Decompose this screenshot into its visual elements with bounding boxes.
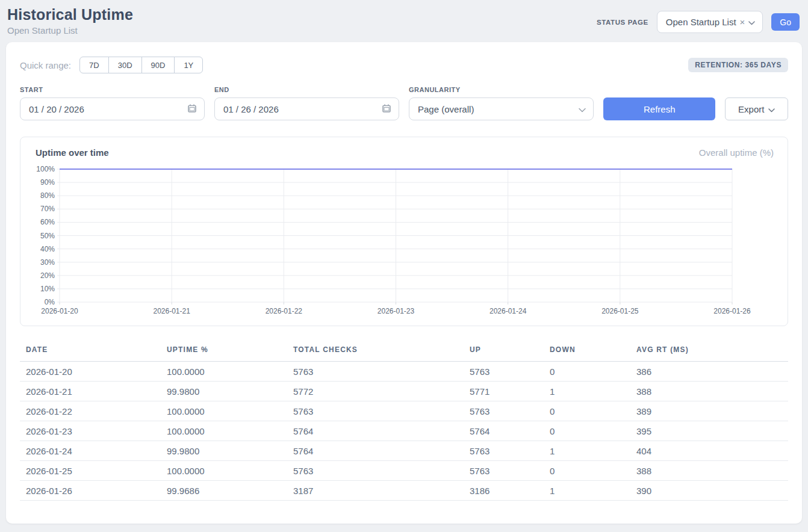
export-button[interactable]: Export (725, 97, 788, 120)
table-cell: 100.0000 (167, 401, 293, 421)
table-row: 2026-01-22100.0000576357630389 (20, 401, 788, 421)
svg-text:2026-01-23: 2026-01-23 (378, 307, 415, 315)
page-title: Historical Uptime (7, 6, 133, 23)
table-cell: 5763 (470, 401, 550, 421)
table-cell: 1 (550, 441, 636, 461)
chart-header: Uptime over time Overall uptime (%) (30, 147, 778, 158)
start-date-value: 01 / 20 / 2026 (29, 104, 84, 114)
table-cell: 388 (636, 382, 788, 401)
svg-text:40%: 40% (40, 245, 55, 253)
column-header: UP (470, 341, 550, 362)
go-button[interactable]: Go (771, 13, 800, 31)
svg-text:70%: 70% (40, 205, 55, 213)
table-cell: 5764 (293, 421, 470, 441)
status-page-selected-value: Open Startup List (666, 17, 736, 27)
svg-text:2026-01-24: 2026-01-24 (489, 307, 527, 315)
top-header: Historical Uptime Open Startup List STAT… (0, 0, 808, 42)
quick-range-label: Quick range: (20, 60, 71, 70)
table-cell: 100.0000 (167, 362, 293, 382)
start-date-label: START (20, 86, 205, 93)
table-row: 2026-01-2199.9800577257711388 (20, 382, 788, 401)
title-block: Historical Uptime Open Startup List (7, 6, 133, 36)
granularity-select[interactable]: Page (overall) (409, 97, 594, 120)
table-cell: 5771 (470, 382, 550, 401)
export-button-label: Export (738, 104, 764, 114)
end-date-label: END (214, 86, 399, 93)
table-cell: 5763 (470, 441, 550, 461)
quick-range-7d[interactable]: 7D (79, 57, 109, 73)
main-card: Quick range: 7D30D90D1Y RETENTION: 365 D… (6, 42, 802, 524)
table-cell: 2026-01-21 (20, 382, 167, 401)
table-cell: 5763 (470, 362, 550, 382)
table-cell: 2026-01-25 (20, 461, 167, 481)
uptime-chart-card: Uptime over time Overall uptime (%) 0%10… (20, 137, 788, 326)
table-cell: 2026-01-23 (20, 421, 167, 441)
quick-range-group: Quick range: 7D30D90D1Y (20, 57, 203, 73)
table-cell: 1 (550, 481, 636, 501)
table-cell: 388 (636, 461, 788, 481)
table-cell: 0 (550, 401, 636, 421)
table-cell: 5763 (293, 461, 470, 481)
header-right: STATUS PAGE Open Startup List × Go (597, 11, 800, 33)
chevron-down-icon (579, 104, 586, 114)
table-header-row: DATEUPTIME %TOTAL CHECKSUPDOWNAVG RT (MS… (20, 341, 788, 362)
table-row: 2026-01-2499.9800576457631404 (20, 441, 788, 461)
start-date-field: START 01 / 20 / 2026 (20, 86, 205, 120)
table-cell: 2026-01-26 (20, 481, 167, 501)
svg-text:20%: 20% (40, 271, 55, 280)
filter-form-row: START 01 / 20 / 2026 END 01 / 26 / 2026 … (20, 86, 788, 120)
table-row: 2026-01-20100.0000576357630386 (20, 362, 788, 382)
refresh-button[interactable]: Refresh (603, 97, 715, 120)
column-header: DATE (20, 341, 167, 362)
table-cell: 5763 (470, 461, 550, 481)
quick-range-1y[interactable]: 1Y (174, 57, 203, 73)
clear-selection-icon[interactable]: × (740, 17, 745, 27)
table-cell: 0 (550, 362, 636, 382)
column-header: UPTIME % (167, 341, 293, 362)
quick-range-buttons: 7D30D90D1Y (79, 57, 203, 73)
end-date-input[interactable]: 01 / 26 / 2026 (214, 97, 399, 120)
table-cell: 5772 (293, 382, 470, 401)
table-row: 2026-01-23100.0000576457640395 (20, 421, 788, 441)
svg-text:80%: 80% (40, 191, 55, 200)
svg-text:10%: 10% (40, 285, 55, 293)
page-subtitle: Open Startup List (7, 25, 133, 36)
svg-text:2026-01-22: 2026-01-22 (266, 307, 303, 315)
svg-text:50%: 50% (40, 232, 55, 240)
end-date-value: 01 / 26 / 2026 (223, 104, 279, 114)
start-date-input[interactable]: 01 / 20 / 2026 (20, 97, 205, 120)
status-page-select[interactable]: Open Startup List × (657, 11, 763, 33)
column-header: DOWN (550, 341, 636, 362)
svg-text:60%: 60% (40, 218, 55, 226)
chart-title: Uptime over time (36, 147, 109, 158)
table-cell: 5764 (470, 421, 550, 441)
svg-text:2026-01-21: 2026-01-21 (153, 307, 190, 315)
calendar-icon[interactable] (187, 104, 197, 115)
table-cell: 3186 (470, 481, 550, 501)
table-cell: 2026-01-20 (20, 362, 167, 382)
retention-badge: RETENTION: 365 DAYS (688, 58, 788, 72)
granularity-label: GRANULARITY (409, 86, 594, 93)
quick-range-30d[interactable]: 30D (108, 57, 142, 73)
table-cell: 100.0000 (167, 421, 293, 441)
table-body: 2026-01-20100.00005763576303862026-01-21… (20, 362, 788, 501)
table-cell: 404 (636, 441, 788, 461)
table-cell: 389 (636, 401, 788, 421)
table-cell: 0 (550, 461, 636, 481)
calendar-icon[interactable] (382, 104, 391, 115)
table-cell: 386 (636, 362, 788, 382)
table-cell: 395 (636, 421, 788, 441)
table-cell: 5763 (293, 362, 470, 382)
svg-text:2026-01-26: 2026-01-26 (713, 307, 751, 315)
table-row: 2026-01-2699.9686318731861390 (20, 481, 788, 501)
quick-range-90d[interactable]: 90D (141, 57, 175, 73)
end-date-field: END 01 / 26 / 2026 (214, 86, 399, 120)
table-cell: 99.9686 (167, 481, 293, 501)
table-cell: 3187 (293, 481, 470, 501)
table-cell: 99.9800 (167, 382, 293, 401)
table-cell: 2026-01-22 (20, 401, 167, 421)
column-header: AVG RT (MS) (636, 341, 788, 362)
table-cell: 390 (636, 481, 788, 501)
svg-text:30%: 30% (40, 258, 55, 267)
svg-text:90%: 90% (40, 178, 55, 187)
